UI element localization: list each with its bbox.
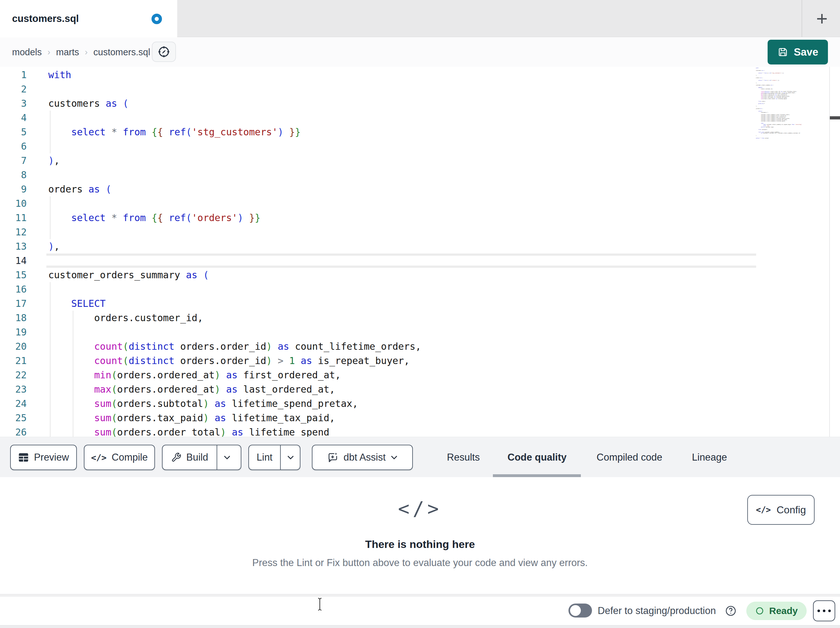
build-split-button: Build (162, 445, 242, 470)
code-line-21[interactable]: 21 count(distinct orders.order_id) > 1 a… (0, 354, 840, 368)
compile-button[interactable]: </> Compile (84, 445, 155, 470)
code-line-15[interactable]: 15customer_orders_summary as ( (0, 268, 840, 282)
code-line-16[interactable]: 16 (0, 282, 840, 296)
code-line-9[interactable]: 9orders as ( (0, 182, 840, 196)
defer-toggle[interactable] (568, 604, 592, 617)
tab-bar-divider (802, 0, 802, 37)
lint-dropdown-button[interactable] (281, 445, 300, 470)
code-brackets-icon: </> (91, 452, 107, 462)
code-line-17[interactable]: 17 SELECT (0, 296, 840, 311)
tab-compiled-code[interactable]: Compiled code (597, 437, 663, 478)
line-number: 16 (0, 282, 34, 296)
dbt-assist-button[interactable]: dbt Assist (312, 445, 413, 470)
breadcrumb-separator: › (85, 47, 88, 57)
code-line-19[interactable]: 19 (0, 325, 840, 339)
wrench-icon (171, 452, 182, 462)
line-number: 13 (0, 239, 34, 253)
minimap[interactable]: with customers as ( select * from {{ ref… (756, 68, 827, 139)
build-button[interactable]: Build (163, 445, 217, 470)
new-tab-button[interactable]: + (809, 6, 835, 31)
code-line-26[interactable]: 26 sum(orders.order_total) as lifetime_s… (0, 425, 840, 437)
code-lines: 1with23customers as (45 select * from {{… (0, 68, 840, 437)
line-number: 6 (0, 139, 34, 153)
action-toolbar: Preview </> Compile Build (0, 437, 840, 477)
chevron-down-icon (287, 455, 294, 460)
status-bar: Defer to staging/production Ready (0, 596, 840, 625)
tab-title: customers.sql (12, 13, 79, 24)
code-line-25[interactable]: 25 sum(orders.tax_paid) as lifetime_tax_… (0, 411, 840, 425)
line-number: 22 (0, 368, 34, 382)
line-number: 1 (0, 68, 34, 82)
code-line-22[interactable]: 22 min(orders.ordered_at) as first_order… (0, 368, 840, 382)
line-number: 12 (0, 225, 34, 239)
line-number: 26 (0, 425, 34, 437)
plus-icon: + (816, 9, 827, 28)
line-number: 9 (0, 182, 34, 196)
code-line-6[interactable]: 6 (0, 139, 840, 153)
line-number: 18 (0, 311, 34, 325)
help-icon[interactable] (725, 605, 737, 617)
tab-results[interactable]: Results (447, 437, 480, 478)
assist-chat-sparkle-icon (327, 452, 338, 463)
empty-state-code-icon: </> (0, 497, 840, 520)
chevron-down-icon (391, 455, 398, 460)
line-number: 3 (0, 96, 34, 111)
chevron-down-icon (224, 455, 231, 460)
code-editor[interactable]: 1with23customers as (45 select * from {{… (0, 67, 840, 437)
panel-divider (0, 594, 840, 596)
more-options-button[interactable] (813, 600, 835, 621)
build-dropdown-button[interactable] (217, 445, 237, 470)
line-number: 25 (0, 411, 34, 425)
breadcrumb-item-models[interactable]: models (12, 47, 42, 57)
code-line-14[interactable]: 14 (0, 253, 840, 268)
lint-button[interactable]: Lint (249, 445, 281, 470)
line-number: 20 (0, 339, 34, 354)
defer-label: Defer to staging/production (598, 596, 716, 625)
dot-icon (828, 610, 831, 612)
table-grid-icon (18, 452, 29, 463)
dot-icon (823, 610, 826, 612)
code-line-20[interactable]: 20 count(distinct orders.order_id) as co… (0, 339, 840, 354)
breadcrumb-item-marts[interactable]: marts (56, 47, 79, 57)
navigate-compass-button[interactable] (152, 42, 176, 62)
code-line-12[interactable]: 12 (0, 225, 840, 239)
tab-bar: + customers.sql (0, 0, 840, 37)
file-tab-customers-sql[interactable]: customers.sql (0, 0, 177, 38)
line-number: 15 (0, 268, 34, 282)
code-line-23[interactable]: 23 max(orders.ordered_at) as last_ordere… (0, 382, 840, 396)
preview-button[interactable]: Preview (10, 445, 77, 470)
code-line-7[interactable]: 7), (0, 153, 840, 168)
line-number: 8 (0, 168, 34, 182)
code-line-5[interactable]: 5 select * from {{ ref('stg_customers') … (0, 125, 840, 139)
code-line-1[interactable]: 1with (0, 68, 840, 82)
line-number: 14 (0, 253, 34, 268)
code-line-10[interactable]: 10 (0, 196, 840, 210)
breadcrumb-bar: models › marts › customers.sql (0, 38, 840, 67)
code-line-8[interactable]: 8 (0, 168, 840, 182)
status-circle-icon (755, 606, 764, 615)
code-line-24[interactable]: 24 sum(orders.subtotal) as lifetime_spen… (0, 396, 840, 411)
bottom-edge (0, 625, 840, 628)
line-number: 2 (0, 82, 34, 96)
empty-state-title: There is nothing here (0, 538, 840, 550)
unsaved-changes-dot-icon (152, 14, 162, 24)
line-number: 10 (0, 196, 34, 210)
line-number: 11 (0, 210, 34, 225)
tab-code-quality[interactable]: Code quality (507, 437, 567, 478)
scrollbar-marker[interactable] (830, 116, 840, 119)
code-line-2[interactable]: 2 (0, 82, 840, 96)
code-quality-panel: </> Config </> There is nothing here Pre… (0, 477, 840, 594)
toggle-knob (570, 605, 581, 616)
code-line-3[interactable]: 3customers as ( (0, 96, 840, 111)
code-line-18[interactable]: 18 orders.customer_id, (0, 311, 840, 325)
line-number: 5 (0, 125, 34, 139)
breadcrumb-separator: › (47, 47, 51, 57)
tab-lineage[interactable]: Lineage (692, 437, 727, 478)
lint-split-button: Lint (248, 445, 300, 470)
code-line-13[interactable]: 13), (0, 239, 840, 253)
code-line-4[interactable]: 4 (0, 111, 840, 125)
code-line-11[interactable]: 11 select * from {{ ref('orders') }} (0, 210, 840, 225)
dot-icon (818, 610, 820, 612)
breadcrumb: models › marts › customers.sql (12, 38, 150, 67)
save-button[interactable]: Save (767, 40, 828, 65)
